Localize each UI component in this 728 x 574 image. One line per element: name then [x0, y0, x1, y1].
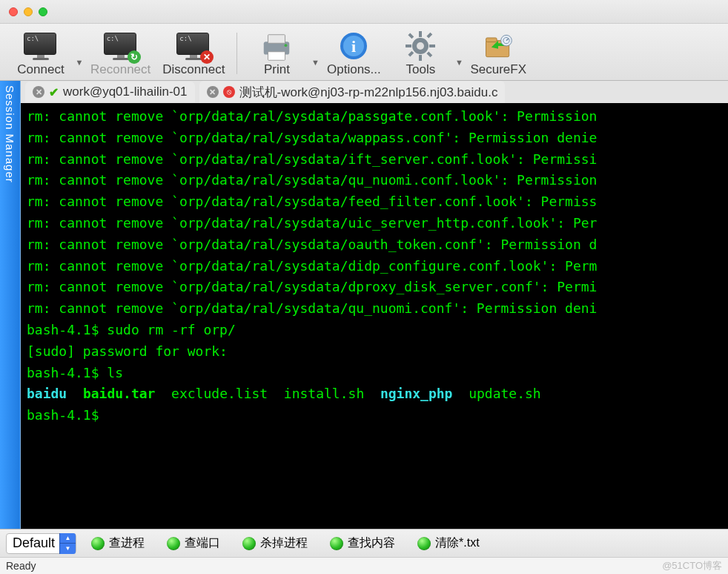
- profile-combo-value: Default: [13, 535, 55, 551]
- command-label: 查端口: [185, 535, 220, 551]
- svg-rect-1: [268, 35, 285, 44]
- monitor-reconnect-icon: ↻: [104, 33, 138, 62]
- svg-rect-2: [268, 52, 285, 61]
- tools-button[interactable]: Tools: [387, 28, 454, 80]
- terminal-line: rm: cannot remove `orp/data/ral/sysdata/…: [27, 213, 722, 234]
- tab-bar: ✕ ✔ work@yq01-lihailin-01 ✕ ⦸ 测试机-work@n…: [21, 81, 728, 103]
- bullet-icon: [417, 537, 431, 550]
- terminal-line: rm: cannot remove `orp/data/ral/sysdata/…: [27, 234, 722, 256]
- info-icon: i: [337, 30, 370, 62]
- print-dropdown[interactable]: ▼: [310, 58, 320, 80]
- reconnect-button[interactable]: ↻ Reconnect: [85, 31, 156, 80]
- connect-label: Connect: [17, 62, 64, 77]
- session-manager-panel[interactable]: Session Manager: [0, 81, 21, 529]
- title-bar: [0, 0, 728, 24]
- svg-rect-12: [408, 33, 414, 39]
- command-label: 查进程: [109, 535, 145, 551]
- command-button[interactable]: 查找内容: [330, 535, 395, 551]
- tools-dropdown[interactable]: ▼: [454, 58, 464, 80]
- window-controls: [9, 7, 47, 16]
- watermark-text: @51CTO博客: [662, 559, 722, 573]
- command-bar: Default ▲▼ 查进程查端口杀掉进程查找内容清除*.txt: [0, 529, 728, 557]
- options-label: Options...: [327, 62, 381, 77]
- reconnect-label: Reconnect: [90, 62, 150, 77]
- connect-dropdown[interactable]: ▼: [74, 58, 85, 80]
- svg-rect-11: [429, 44, 435, 47]
- terminal-line: rm: cannot remove `orp/data/ral/sysdata/…: [27, 298, 722, 320]
- disconnect-button[interactable]: ✕ Disconnect: [156, 31, 231, 80]
- print-button[interactable]: Print: [243, 31, 310, 80]
- command-button[interactable]: 清除*.txt: [417, 535, 480, 551]
- command-label: 杀掉进程: [260, 535, 308, 551]
- bullet-icon: [330, 537, 343, 550]
- command-button[interactable]: 杀掉进程: [242, 535, 308, 551]
- svg-point-3: [285, 44, 288, 47]
- close-icon[interactable]: ✕: [33, 86, 44, 98]
- terminal-line: rm: cannot remove `orp/data/ral/sysdata/…: [27, 106, 722, 128]
- connected-icon: ✔: [49, 85, 59, 99]
- terminal-line: baidu baidu.tar exclude.list install.sh …: [27, 383, 722, 405]
- securefx-icon: [482, 30, 514, 62]
- terminal-line: bash-4.1$ sudo rm -rf orp/: [27, 320, 722, 341]
- svg-rect-15: [408, 51, 414, 57]
- tab-session-2[interactable]: ✕ ⦸ 测试机-work@nj03-rp-m22nlp156.nj03.baid…: [199, 81, 506, 103]
- zoom-window-button[interactable]: [39, 7, 47, 16]
- securefx-label: SecureFX: [470, 62, 526, 77]
- print-label: Print: [264, 62, 290, 77]
- securefx-button[interactable]: SecureFX: [464, 28, 532, 80]
- tab-session-1[interactable]: ✕ ✔ work@yq01-lihailin-01: [25, 82, 195, 102]
- command-button[interactable]: 查端口: [167, 535, 220, 551]
- command-label: 清除*.txt: [435, 535, 480, 551]
- terminal-line: bash-4.1$ ls: [27, 363, 722, 384]
- svg-rect-10: [406, 44, 411, 47]
- stepper-icon[interactable]: ▲▼: [59, 533, 76, 554]
- monitor-disconnect-icon: ✕: [176, 33, 211, 62]
- blocked-icon: ⦸: [223, 86, 235, 98]
- tab-label: work@yq01-lihailin-01: [63, 85, 188, 99]
- terminal-line: rm: cannot remove `orp/data/ral/sysdata/…: [27, 191, 722, 213]
- close-window-button[interactable]: [9, 7, 18, 16]
- main-toolbar: Connect ▼ ↻ Reconnect ✕ Disconnect Print…: [0, 24, 728, 81]
- terminal-line: rm: cannot remove `orp/data/ral/sysdata/…: [27, 128, 722, 149]
- disconnect-label: Disconnect: [162, 62, 225, 77]
- svg-rect-18: [486, 38, 497, 42]
- command-label: 查找内容: [348, 535, 395, 551]
- terminal-line: rm: cannot remove `orp/data/ral/sysdata/…: [27, 277, 722, 298]
- terminal-line: rm: cannot remove `orp/data/ral/sysdata/…: [27, 149, 722, 171]
- svg-rect-13: [427, 51, 433, 57]
- svg-text:i: i: [351, 37, 356, 56]
- gear-icon: [404, 30, 437, 62]
- terminal-output[interactable]: rm: cannot remove `orp/data/ral/sysdata/…: [21, 103, 728, 529]
- monitor-icon: [24, 33, 58, 62]
- status-bar: Ready @51CTO博客: [0, 557, 728, 574]
- status-text: Ready: [6, 560, 36, 572]
- svg-rect-8: [419, 31, 422, 37]
- tools-label: Tools: [406, 62, 436, 77]
- close-icon[interactable]: ✕: [207, 86, 219, 98]
- bullet-icon: [167, 537, 180, 550]
- svg-point-16: [417, 42, 424, 50]
- svg-rect-9: [419, 55, 422, 61]
- command-button[interactable]: 查进程: [91, 535, 145, 551]
- terminal-prompt: bash-4.1$: [27, 405, 722, 426]
- terminal-line: rm: cannot remove `orp/data/ral/sysdata/…: [27, 170, 722, 191]
- profile-combo[interactable]: Default ▲▼: [6, 533, 76, 554]
- minimize-window-button[interactable]: [24, 7, 33, 16]
- tab-label: 测试机-work@nj03-rp-m22nlp156.nj03.baidu.c: [239, 84, 498, 101]
- bullet-icon: [91, 537, 105, 550]
- session-manager-label: Session Manager: [4, 85, 16, 183]
- options-button[interactable]: i Options...: [320, 28, 387, 80]
- printer-icon: [259, 33, 294, 62]
- svg-rect-14: [427, 33, 433, 39]
- bullet-icon: [242, 537, 256, 550]
- terminal-line: rm: cannot remove `orp/data/ral/sysdata/…: [27, 256, 722, 277]
- terminal-line: [sudo] password for work:: [27, 341, 722, 363]
- connect-button[interactable]: Connect: [7, 31, 74, 80]
